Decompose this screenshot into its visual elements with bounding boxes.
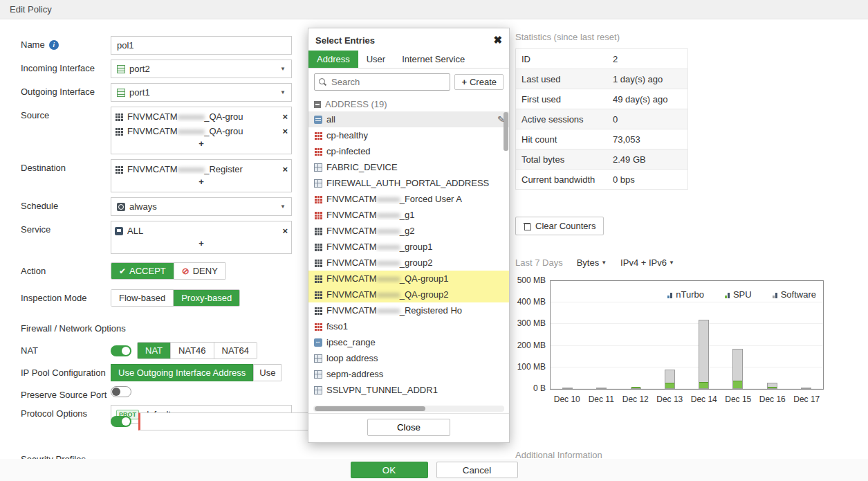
preserve-source-port-toggle[interactable] — [111, 386, 131, 397]
close-icon[interactable]: ✖ — [493, 34, 502, 46]
popup-footer: Close — [308, 413, 509, 441]
schedule-select[interactable]: always ▼ — [111, 197, 292, 216]
bar-segment-spu — [733, 381, 742, 388]
list-item[interactable]: FABRIC_DEVICE — [308, 159, 509, 175]
list-item[interactable]: cp-healthy — [308, 127, 509, 143]
ip-pool-second-option-button[interactable]: Use — [253, 364, 281, 381]
x-tick-label: Dec 12 — [618, 394, 653, 404]
nat46-button[interactable]: NAT46 — [171, 343, 214, 359]
schedule-value: always — [129, 201, 157, 212]
add-entry-button[interactable]: + — [115, 176, 288, 190]
source-box[interactable]: FNVMCATMxxxxxxx_QA-grou×FNVMCATMxxxxxxx_… — [111, 107, 292, 154]
list-item[interactable]: SSLVPN_TUNNEL_ADDR1 — [308, 382, 509, 398]
nat-toggle[interactable] — [111, 345, 131, 356]
security-profile-toggle[interactable] — [111, 416, 131, 427]
remove-entry-icon[interactable]: × — [281, 126, 288, 136]
add-entry-button[interactable]: + — [115, 138, 288, 152]
use-outgoing-interface-address-button[interactable]: Use Outgoing Interface Address — [111, 364, 253, 381]
check-icon: ✔ — [119, 266, 126, 276]
list-item[interactable]: loop address — [308, 350, 509, 366]
entry-label: FNVMCATMxxxxxx_g1 — [326, 210, 505, 220]
list-item[interactable]: all✎ — [308, 111, 509, 127]
redacted-text: xxxxxx — [377, 226, 400, 236]
vertical-scrollbar[interactable] — [504, 112, 508, 151]
list-item[interactable]: sepm-address — [308, 366, 509, 382]
name-row: Name i — [21, 36, 307, 55]
nat64-button[interactable]: NAT64 — [214, 343, 257, 359]
close-button[interactable]: Close — [367, 419, 450, 436]
create-button[interactable]: + Create — [454, 74, 504, 90]
name-input[interactable] — [111, 36, 292, 55]
entry-label: all — [326, 114, 493, 125]
stacked-bar — [801, 388, 811, 389]
stats-row-label: Hit count — [516, 134, 613, 145]
list-item[interactable]: FNVMCATMxxxxxx_group1 — [308, 239, 509, 255]
horizontal-scrollbar-thumb[interactable] — [315, 406, 425, 411]
clear-counters-button[interactable]: Clear Counters — [515, 217, 604, 235]
list-item[interactable]: FNVMCATMxxxxxx_QA-group2 — [308, 287, 509, 302]
tab-address[interactable]: Address — [308, 51, 358, 68]
outgoing-interface-value: port1 — [129, 87, 150, 98]
cancel-button[interactable]: Cancel — [436, 462, 518, 478]
destination-box[interactable]: FNVMCATMxxxxxxx_Register×+ — [111, 159, 292, 192]
list-item[interactable]: FNVMCATMxxxxxx_Forced User A — [308, 191, 509, 207]
subnet-icon — [314, 354, 322, 363]
deny-button[interactable]: ⊘ DENY — [174, 263, 225, 279]
x-tick-label: Dec 17 — [790, 394, 824, 404]
tab-user[interactable]: User — [358, 51, 394, 68]
chart-x-axis-labels: Dec 10Dec 11Dec 12Dec 13Dec 14Dec 15Dec … — [550, 394, 824, 404]
list-item[interactable]: FNVMCATMxxxxxx_group2 — [308, 255, 509, 271]
add-entry-button[interactable]: + — [115, 238, 288, 251]
entry-label: FNVMCATMxxxxxxx_QA-grou — [127, 111, 277, 122]
legend-label: SPU — [733, 289, 752, 300]
ip-version-dropdown[interactable]: IPv4 + IPv6 ▼ — [620, 257, 674, 268]
outgoing-interface-select[interactable]: port1 ▼ — [111, 83, 292, 102]
remove-entry-icon[interactable]: × — [281, 111, 288, 122]
schedule-row: Schedule always ▼ — [21, 197, 307, 216]
stats-row-label: Current bandwidth — [516, 174, 613, 185]
address-group-header[interactable]: ADDRESS (19) — [308, 97, 509, 111]
selected-entry: FNVMCATMxxxxxxx_Register× — [115, 162, 288, 176]
remove-entry-icon[interactable]: × — [281, 164, 288, 174]
incoming-interface-select[interactable]: port2 ▼ — [111, 60, 292, 78]
search-box[interactable] — [314, 73, 450, 91]
list-item[interactable]: FNVMCATMxxxxxx_Registered Ho — [308, 302, 509, 318]
entry-label: cp-infected — [326, 146, 505, 156]
action-label: Action — [21, 262, 111, 276]
selected-entry: ALL× — [115, 224, 288, 238]
info-icon[interactable]: i — [49, 40, 59, 50]
search-input[interactable] — [330, 76, 445, 88]
bar-segment-spu — [768, 387, 777, 388]
entry-label: FNVMCATMxxxxxx_Registered Ho — [326, 305, 505, 316]
list-item[interactable]: cp-infected — [308, 143, 509, 159]
proxy-based-button[interactable]: Proxy-based — [174, 290, 239, 306]
list-item[interactable]: FNVMCATMxxxxxx_g1 — [308, 207, 509, 223]
nat-label: NAT — [21, 342, 111, 356]
list-item[interactable]: ipsec_range — [308, 334, 509, 350]
entry-label: FIREWALL_AUTH_PORTAL_ADDRESS — [326, 178, 505, 188]
inspection-mode-segment: Flow-based Proxy-based — [111, 289, 240, 307]
list-item[interactable]: FIREWALL_AUTH_PORTAL_ADDRESS — [308, 175, 509, 191]
collapse-icon[interactable] — [314, 101, 321, 108]
bytes-dropdown[interactable]: Bytes ▼ — [577, 257, 607, 268]
list-item[interactable]: FNVMCATMxxxxxx_QA-group1 — [308, 271, 509, 287]
tab-internet-service[interactable]: Internet Service — [394, 51, 473, 68]
stats-row-label: Total bytes — [516, 154, 613, 165]
legend-label: nTurbo — [676, 289, 704, 300]
bytes-dropdown-label: Bytes — [577, 257, 600, 268]
bar-column — [551, 388, 584, 389]
flow-based-button[interactable]: Flow-based — [111, 290, 174, 306]
accept-button[interactable]: ✔ ACCEPT — [111, 263, 174, 279]
nat-button[interactable]: NAT — [138, 343, 171, 359]
list-item[interactable]: FNVMCATMxxxxxx_g2 — [308, 223, 509, 239]
incoming-interface-row: Incoming Interface port2 ▼ — [21, 60, 307, 78]
remove-entry-icon[interactable]: × — [281, 226, 288, 236]
security-profile-select[interactable] — [138, 412, 320, 430]
entry-label: fsso1 — [326, 321, 505, 332]
x-tick-label: Dec 14 — [687, 394, 721, 404]
list-item[interactable]: fsso1 — [308, 318, 509, 334]
service-box[interactable]: ALL×+ — [111, 221, 292, 254]
ok-button[interactable]: OK — [351, 462, 428, 478]
entry-label: SSLVPN_TUNNEL_ADDR1 — [326, 385, 505, 395]
source-row: Source FNVMCATMxxxxxxx_QA-grou×FNVMCATMx… — [21, 107, 307, 154]
